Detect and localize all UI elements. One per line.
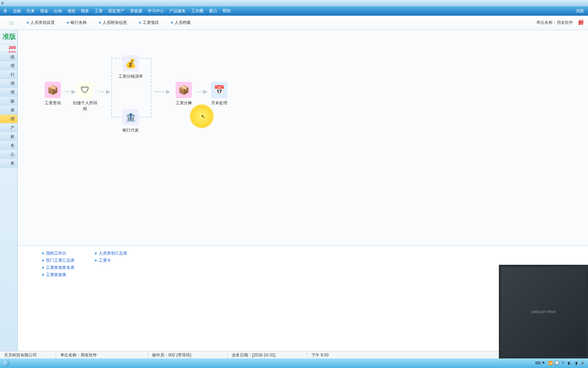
brand-logo: 畅 [578,19,583,26]
sidebar-item-1[interactable]: 理 [0,61,17,70]
menu-gudingzichan[interactable]: 固定资产 [105,6,127,16]
menu-xuexi[interactable]: 学习中心 [145,6,167,16]
menu-xianjin[interactable]: 现金 [37,6,51,16]
menu-gongzi[interactable]: 工资 [92,6,105,16]
arrow-icon: ─► [99,88,112,95]
node-yuemochuli[interactable]: 📅 月末处理 [206,82,233,106]
sidebar-item-11[interactable]: 心 [0,150,17,159]
node-label: 工资分摊 [170,100,197,106]
secondary-toolbar: ⟩⟩⟩ 人员类别设置 银行名称 人员附加信息 工资项目 人员档案 单位名称：用友… [0,16,588,30]
sidebar: 准版 300 566 统 理 行 理 理 家 表 理 产 析 务 心 务 [0,30,18,351]
sidebar-logo: 准版 [0,30,17,44]
status-date: 业务日期：[2016-10-31] [228,351,307,358]
node-koujiaogeshui[interactable]: 🛡 扣缴个人所得税 [71,82,99,112]
sidebar-item-5[interactable]: 家 [0,97,17,106]
node-gongzifentan[interactable]: 📦 工资分摊 [170,82,197,106]
menu-wanglai[interactable]: 往来 [24,6,37,16]
sidebar-item-0[interactable]: 统 [0,52,17,61]
title-text: 9 [1,1,3,5]
node-label: 银行代发 [117,127,144,133]
node-gongzibiandong[interactable]: 📦 工资变动 [39,82,66,106]
subbar-left: ⟩⟩⟩ 人员类别设置 银行名称 人员附加信息 工资项目 人员档案 [2,20,197,26]
package-icon: 📦 [176,82,192,98]
sidebar-item-7-active[interactable]: 理 [0,114,17,123]
node-yinhangdaifa[interactable]: 🏦 银行代发 [117,109,144,133]
sidebar-item-9[interactable]: 析 [0,132,17,141]
menu-chuangkou[interactable]: 窗口 [206,6,220,16]
sidebar-item-4[interactable]: 理 [0,88,17,97]
sidebar-item-10[interactable]: 务 [0,141,17,150]
report-wodegongzuotai[interactable]: 我的工作台 [42,250,75,256]
status-operator: 操作员：002 (李培培) [148,351,228,358]
tray-shield-icon[interactable]: 🛡 [561,361,566,366]
sublink-renyuanfujia[interactable]: 人员附加信息 [93,20,133,26]
package-icon: 📦 [45,82,61,98]
node-gongzifenqian[interactable]: 💰 工资分钱清单 [117,55,144,79]
tray-chat-icon[interactable]: 💬 [555,361,559,366]
menu-shuiwu[interactable]: 税务 [78,6,92,16]
shield-icon: 🛡 [77,82,93,98]
arrow-icon: ──► [154,88,172,95]
tray-keyboard-icon[interactable]: ⌨ [535,361,540,366]
status-company: 天天科技有限公司 [0,351,56,358]
report-gongzika[interactable]: 工资卡 [95,258,127,263]
menu-xiaoxi[interactable]: 消息 [576,8,588,14]
tray-flag-icon[interactable]: ⚑ [542,361,546,366]
tray-app2-icon[interactable]: ◨ [574,361,579,366]
arrow-icon: ─► [196,88,209,95]
report-gongzifafangtiao[interactable]: 工资发放条 [42,272,75,278]
menu-chuna[interactable]: 出纳 [51,6,65,16]
menu-piaojutong[interactable]: 票据通 [127,6,145,16]
chevron-icon[interactable]: ⟩⟩⟩ [2,20,21,26]
node-label: 扣缴个人所得税 [71,100,99,112]
webcam-overlay: webcam feed [499,265,588,358]
sidebar-item-6[interactable]: 表 [0,106,17,114]
menu-gongzuoquan[interactable]: 工作圈 [189,6,206,16]
node-label: 工资分钱清单 [117,74,144,79]
sidebar-item-8[interactable]: 产 [0,123,17,132]
sidebar-item-3[interactable]: 理 [0,79,17,88]
calendar-icon: 📅 [211,82,227,98]
webcam-feed: webcam feed [501,267,586,356]
tray-volume-icon[interactable]: 🔊 [581,361,585,366]
menubar-left: 务 总账 往来 现金 出纳 项目 税务 工资 固定资产 票据通 学习中心 产品服… [1,6,233,16]
bank-icon: 🏦 [122,109,139,125]
reports-col-2: 人员类别汇总表 工资卡 [95,250,127,346]
start-orb-icon[interactable] [3,360,10,367]
sidebar-item-12[interactable]: 务 [0,159,17,168]
money-icon: 💰 [122,55,139,72]
node-label: 工资变动 [39,100,66,106]
sublink-renyuanleibie[interactable]: 人员类别设置 [21,20,61,26]
workflow-area: 📦 工资变动 🛡 扣缴个人所得税 💰 工资分钱清单 🏦 银行代发 📦 工资分摊 … [18,30,588,245]
unit-label: 单位名称：用友软件 [536,20,573,26]
status-unit: 单位名称：用友软件 [56,351,148,358]
sublink-renyuandangan[interactable]: 人员档案 [165,20,197,26]
menu-caiwu[interactable]: 务 [1,6,10,16]
window-titlebar: 9 [0,0,588,6]
report-gongzifafang[interactable]: 工资发放签名表 [42,265,75,271]
node-label: 月末处理 [206,100,233,106]
arrow-icon: ─► [65,88,77,95]
reports-col-1: 我的工作台 部门工资汇总表 工资发放签名表 工资发放条 [42,250,75,346]
sublink-gongzixiangmu[interactable]: 工资项目 [133,20,165,26]
tray-app-icon[interactable]: ◧ [568,361,572,366]
sidebar-item-2[interactable]: 行 [0,70,17,79]
menu-xiangmu[interactable]: 项目 [65,6,78,16]
menu-chanpin[interactable]: 产品服务 [167,6,189,16]
subbar-right: 单位名称：用友软件 畅 [536,19,588,26]
menu-zongzhang[interactable]: 总账 [10,6,24,16]
main-menubar: 务 总账 往来 现金 出纳 项目 税务 工资 固定资产 票据通 学习中心 产品服… [0,6,588,16]
sublink-yinhangmingcheng[interactable]: 银行名称 [61,20,93,26]
report-renyuanleibie[interactable]: 人员类别汇总表 [95,250,127,256]
sidebar-phone: 300 566 [0,44,17,52]
taskbar-left [3,360,10,367]
windows-taskbar[interactable]: ⌨ ⚑ 📶 💬 🛡 ◧ ◨ 🔊 [0,358,588,368]
system-tray: ⌨ ⚑ 📶 💬 🛡 ◧ ◨ 🔊 [535,361,585,366]
mouse-cursor-icon: ↖ [201,114,205,119]
report-bumengongzi[interactable]: 部门工资汇总表 [42,258,75,263]
menu-bangzhu[interactable]: 帮助 [220,6,233,16]
tray-network-icon[interactable]: 📶 [548,361,553,366]
